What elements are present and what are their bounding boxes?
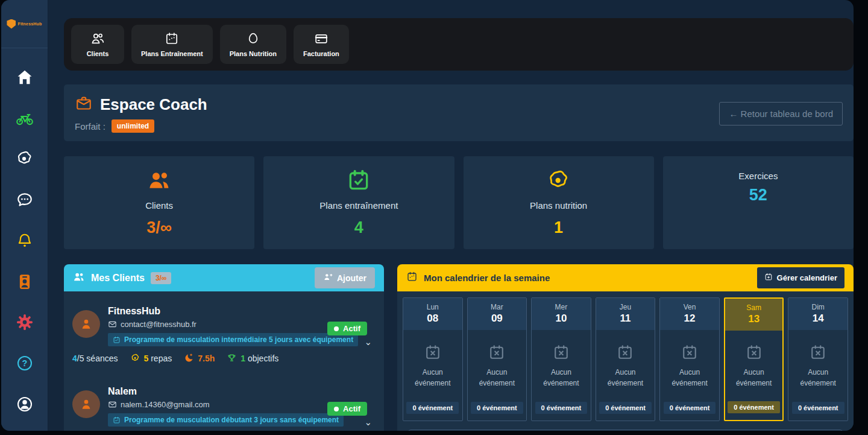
manage-calendar-button[interactable]: Gérer calendrier: [757, 267, 844, 288]
calendar-panel-header: Mon calendrier de la semaine Gérer calen…: [397, 264, 854, 291]
stat-card-exercices: Exercices52: [663, 156, 854, 249]
help-icon: ?: [16, 354, 34, 372]
sidebar-nav: ?: [1, 48, 48, 431]
objectifs-stat: 1 objectifs: [227, 353, 278, 363]
day-column-mar[interactable]: Mar09Aucun événement0 événement: [467, 297, 527, 421]
egg-small-icon: [130, 353, 140, 363]
toolbar-button-plans-entraînement[interactable]: Plans Entraînement: [131, 25, 213, 64]
day-empty-text: Aucun événement: [534, 367, 588, 389]
logo-shield-icon: [7, 19, 16, 29]
day-name: Mer: [532, 303, 591, 311]
fried-egg-icon: [547, 168, 571, 192]
main-content: ClientsPlans EntraînementPlans Nutrition…: [48, 0, 854, 431]
day-empty-text: Aucun événement: [470, 367, 524, 389]
stat-card-plans-entraînement: Plans entraînement4: [263, 156, 454, 249]
day-column-mer[interactable]: Mer10Aucun événement0 événement: [531, 297, 591, 421]
app-window: FitnessHub ? ClientsPlans EntraînementPl…: [1, 0, 854, 431]
day-name: Lun: [403, 303, 462, 311]
day-empty-state: Aucun événement: [403, 330, 462, 402]
day-column-sam[interactable]: Sam13Aucun événement0 événement: [724, 297, 784, 421]
page-title: Espace Coach: [100, 95, 207, 114]
calendar-x-icon: [745, 343, 763, 361]
client-email-text: nalem.14360@gmail.com: [121, 400, 210, 409]
chevron-down-icon[interactable]: ⌄: [364, 417, 372, 428]
svg-text:?: ?: [22, 358, 27, 368]
egg-icon: [246, 31, 260, 46]
sidebar-item-help[interactable]: ?: [11, 349, 39, 377]
sidebar-item-chat[interactable]: [11, 186, 39, 214]
toolbar-button-clients[interactable]: Clients: [71, 25, 124, 64]
stat-label: Exercices: [738, 171, 778, 181]
gear-icon: [16, 313, 34, 331]
chevron-down-icon[interactable]: ⌄: [364, 337, 372, 348]
briefcase-icon: [75, 94, 93, 112]
toolbar-button-facturation[interactable]: Facturation: [294, 25, 349, 64]
stat-card-plans-nutrition: Plans nutrition1: [464, 156, 654, 249]
sidebar-item-bicycle[interactable]: [11, 104, 39, 132]
day-date: 12: [660, 313, 719, 325]
day-column-dim[interactable]: Dim14Aucun événement0 événement: [788, 297, 848, 421]
credit-card-icon: [314, 31, 329, 46]
day-column-jeu[interactable]: Jeu11Aucun événement0 événement: [596, 297, 656, 421]
stat-value: 52: [749, 186, 767, 205]
calendar-subpanel-edge: [407, 430, 843, 431]
day-event-count-badge: 0 événement: [471, 402, 523, 414]
day-date: 14: [788, 313, 848, 325]
stat-card-clients: Clients3/∞: [64, 156, 254, 249]
toolbar-button-label: Facturation: [303, 50, 339, 57]
calendar-x-icon: [424, 343, 442, 361]
program-tag: Programme de musculation intermédiaire 5…: [108, 333, 358, 346]
day-empty-text: Aucun événement: [791, 367, 845, 389]
day-column-lun[interactable]: Lun08Aucun événement0 événement: [403, 297, 463, 421]
day-event-count-badge: 0 événement: [728, 401, 780, 413]
stat-label: Plans nutrition: [530, 200, 587, 211]
client-email-text: contact@fitnesshub.fr: [121, 320, 197, 329]
day-column-ven[interactable]: Ven12Aucun événement0 événement: [659, 297, 720, 421]
sidebar-item-fried-egg[interactable]: [11, 145, 39, 173]
seances-stat-text: 4/5 séances: [72, 354, 118, 363]
trophy-icon: [227, 353, 237, 363]
status-text: Actif: [343, 324, 360, 333]
calendar-tag-icon: [113, 416, 121, 424]
status-badge: Actif: [327, 402, 367, 416]
sidebar-item-bell[interactable]: [11, 227, 39, 255]
moon-icon: [184, 353, 194, 363]
day-header: Mer10: [532, 298, 591, 330]
clients-list: FitnessHubcontact@fitnesshub.frProgramme…: [64, 291, 384, 431]
app-logo[interactable]: FitnessHub: [1, 0, 48, 48]
client-status-area: Actif⌄: [327, 322, 367, 348]
sidebar-item-gear[interactable]: [11, 308, 39, 336]
day-header: Jeu11: [596, 298, 655, 330]
users-icon: [73, 271, 85, 285]
calendar-icon: [406, 271, 418, 285]
day-date: 08: [403, 313, 462, 325]
toolbar-button-plans-nutrition[interactable]: Plans Nutrition: [220, 25, 286, 64]
calendar-check-icon: [347, 168, 371, 192]
status-dot-icon: [334, 326, 339, 331]
status-badge: Actif: [327, 322, 367, 335]
client-name: FitnessHub: [108, 306, 358, 317]
sidebar: FitnessHub ?: [1, 0, 48, 431]
sidebar-item-home[interactable]: [11, 63, 39, 91]
bicycle-icon: [16, 109, 34, 127]
hours-stat-text: 7.5h: [198, 354, 215, 363]
sidebar-item-user-circle[interactable]: [11, 390, 39, 418]
day-empty-state: Aucun événement: [596, 330, 655, 402]
clients-panel-header: Mes Clients 3/∞ Ajouter: [64, 264, 384, 291]
add-client-button[interactable]: Ajouter: [315, 267, 375, 288]
client-email: contact@fitnesshub.fr: [108, 320, 358, 329]
forfait-label: Forfait :: [75, 121, 105, 132]
user-plus-icon: [323, 272, 333, 284]
clients-panel: Mes Clients 3/∞ Ajouter FitnessHubcontac…: [64, 264, 384, 431]
avatar: [72, 390, 100, 418]
person-filled-icon: [80, 398, 93, 411]
calendar-x-icon: [552, 343, 570, 361]
client-name: Nalem: [108, 386, 344, 397]
client-row: Nalemnalem.14360@gmail.comProgramme de m…: [72, 386, 376, 427]
day-empty-state: Aucun événement: [788, 330, 848, 402]
back-to-dashboard-button[interactable]: ← Retour tableau de bord: [719, 102, 843, 125]
sidebar-item-contact-phone[interactable]: [11, 268, 39, 296]
day-name: Ven: [660, 303, 719, 311]
day-date: 10: [532, 313, 591, 325]
user-plus-icon: [323, 272, 333, 282]
